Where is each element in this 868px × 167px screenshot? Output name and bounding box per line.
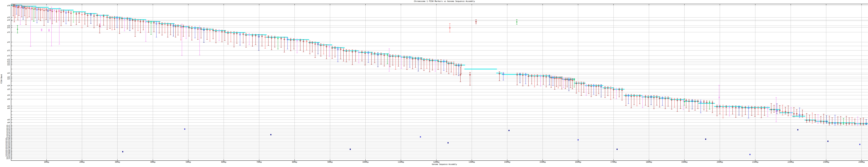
fish-marker-bar: [380, 53, 382, 64]
fish-marker-bar: [613, 88, 614, 98]
x-tick-label: 180Mbp: [646, 161, 652, 163]
fish-marker-bar: [686, 99, 687, 108]
fish-marker-bar: [556, 76, 557, 87]
fish-marker-bar: [554, 76, 555, 89]
fish-marker-bar: [280, 37, 282, 47]
fish-marker-bar: [114, 16, 115, 30]
y-tick-label: q31: [7, 94, 10, 96]
fish-marker-bar: [36, 8, 38, 23]
fish-marker-bar: [851, 117, 853, 126]
fish-marker-bar: [671, 98, 672, 109]
fish-marker-bar: [116, 17, 118, 28]
fish-marker-bar: [653, 95, 655, 109]
fish-marker-bar: [314, 42, 316, 58]
fish-marker-bar: [572, 79, 573, 89]
outlier-marker: [122, 151, 123, 152]
fish-marker-bar: [134, 19, 136, 36]
fish-marker-bar: [716, 105, 718, 116]
fish-marker-bar: [265, 35, 266, 48]
fish-marker-bar: [834, 115, 836, 125]
y-tick-label: q41: [7, 105, 10, 107]
fish-marker-bar: [68, 11, 69, 21]
fish-marker-bar: [787, 106, 789, 116]
fish-marker-bar: [729, 106, 730, 116]
tick-labels: 10Mbp20Mbp30Mbp40Mbp50Mbp60Mbp70Mbp80Mbp…: [5, 5, 865, 163]
outlier-marker: [509, 130, 509, 131]
fish-marker-bar: [583, 82, 585, 92]
x-tick-label: 80Mbp: [292, 161, 297, 163]
fish-marker-bar: [764, 107, 765, 115]
fish-marker-bar: [395, 55, 396, 69]
x-tick-label: 200Mbp: [717, 161, 723, 163]
fish-marker-bar: [352, 50, 353, 65]
fish-marker-bar: [17, 6, 19, 20]
outlier-markers: [122, 129, 860, 155]
fish-marker-bar: [243, 33, 244, 43]
fish-marker-bar: [45, 8, 47, 20]
fish-marker-bar: [568, 78, 569, 91]
fish-marker-bar: [738, 106, 740, 115]
fish-marker-bar: [81, 12, 83, 28]
fish-marker-bar: [863, 118, 864, 125]
fish-marker-bar: [21, 5, 22, 17]
fish-marker-bar: [659, 97, 660, 107]
fish-marker-bar: [387, 54, 388, 64]
fish-marker-bar: [656, 96, 657, 105]
fish-marker-bar: [392, 55, 393, 65]
fish-marker-bar: [150, 21, 152, 34]
x-tick-label: 70Mbp: [256, 161, 262, 163]
fish-marker-bar: [40, 8, 41, 21]
fish-marker-bar: [639, 95, 641, 104]
fish-marker-bar: [522, 73, 524, 86]
fish-marker-bar: [403, 56, 405, 66]
x-tick-label: 90Mbp: [328, 161, 333, 163]
fish-marker-bar: [199, 26, 200, 55]
fish-marker-bar: [73, 11, 74, 22]
fish-marker-bar: [732, 106, 733, 114]
fish-marker-bar: [17, 25, 18, 33]
fish-marker-bar: [76, 12, 77, 25]
fish-marker-bar: [207, 28, 208, 39]
fish-marker-bar: [534, 75, 535, 87]
fish-marker-bar: [323, 44, 324, 54]
fish-marker-bar: [334, 47, 336, 57]
y-tick-label: q24: [7, 85, 10, 86]
outlier-marker: [859, 144, 860, 145]
fish-marker-bar: [161, 23, 163, 35]
fish-marker-bar: [340, 48, 341, 59]
fish-marker-bar: [421, 58, 422, 69]
fish-marker-bar: [12, 4, 14, 16]
outlier-marker: [447, 142, 448, 143]
fish-marker-bar: [221, 30, 223, 42]
fish-marker-bar: [817, 114, 819, 123]
fish-marker-bar: [181, 24, 183, 55]
y-tick-label: p11: [7, 60, 10, 62]
fish-marker-bar: [621, 88, 623, 100]
x-tick-label: 130Mbp: [469, 161, 475, 163]
fish-marker-bar: [188, 26, 190, 36]
fish-marker-bar: [725, 105, 727, 115]
fish-marker-bar: [180, 25, 182, 40]
fish-marker-bar: [271, 36, 272, 50]
y-tick-label: p22: [7, 41, 10, 43]
fish-marker-bar: [581, 82, 582, 95]
fish-marker-bar: [440, 60, 442, 73]
fish-marker-bar: [224, 30, 225, 40]
fish-marker-bar: [284, 37, 285, 52]
fish-marker-bar: [389, 49, 390, 71]
fish-marker-bar: [398, 55, 399, 66]
fish-marker-bar: [137, 19, 139, 31]
fish-marker-bar: [565, 78, 566, 89]
x-tick-label: 190Mbp: [681, 161, 687, 163]
fish-marker-bar: [309, 41, 311, 54]
fish-marker-bar: [343, 49, 344, 61]
plot-area: 10Mbp20Mbp30Mbp40Mbp50Mbp60Mbp70Mbp80Mbp…: [0, 0, 868, 167]
fish-marker-bar: [645, 95, 646, 105]
fish-marker-bar: [143, 20, 144, 30]
fish-marker-bar: [668, 97, 669, 106]
fish-marker-bar: [700, 100, 701, 113]
fish-marker-bar: [719, 105, 721, 114]
fish-marker-bar: [451, 62, 452, 72]
fish-marker-bar: [677, 98, 678, 112]
fish-marker-bar: [591, 84, 592, 97]
